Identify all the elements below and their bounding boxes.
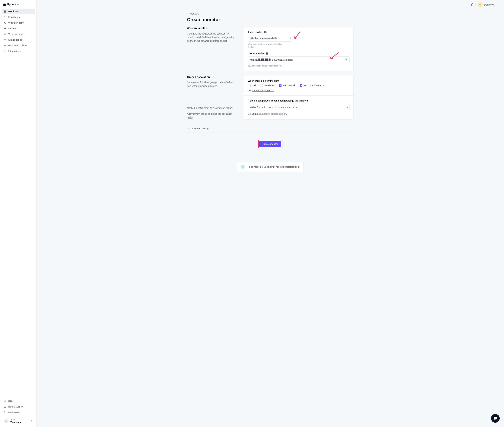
url-input[interactable] [248,56,350,63]
help-badge-icon: ? [240,165,245,169]
topbar: SU Stanley Ulili [37,0,504,9]
cb-push[interactable]: Push notification [300,84,324,87]
svg-point-3 [5,40,5,40]
cb-email[interactable]: Send e-mail [279,84,295,87]
stepper-icon [31,420,32,422]
help-icon [4,405,6,408]
breadcrumb-text: Monitors [190,12,199,15]
advanced-label: Advanced settings [191,127,210,130]
info-icon[interactable]: i [266,52,268,55]
nav-label: Who's on-call? [8,22,23,24]
team-text: Team Your team [10,418,21,423]
team-avatar [4,419,9,423]
cb-sms[interactable]: Send sms [260,84,275,87]
svg-point-1 [5,29,5,29]
svg-point-4 [5,50,5,51]
chevron-down-icon [497,4,499,6]
nav-escalation[interactable]: Escalation policies [2,43,35,48]
cb-call[interactable]: Call [248,84,256,87]
annotation-highlight: Create monitor [258,140,283,148]
team-name: Your team [10,421,21,423]
sidebar: Uptime Monitors Heartbeats Who's on-call… [0,0,37,427]
section-title: On-call escalation [187,76,237,79]
alert-type-select[interactable]: URL becomes unavailable [248,35,293,41]
integrations-icon [4,50,6,53]
chat-icon [493,416,497,420]
breadcrumb[interactable]: Monitors [187,11,354,16]
globe-icon [4,10,6,13]
nav-heartbeats[interactable]: Heartbeats [2,14,35,20]
chevron-right-icon [187,128,189,130]
user-avatar: SU [478,2,482,7]
team-switcher[interactable]: Team Your team [2,416,35,425]
nav-oncall[interactable]: Who's on-call? [2,20,35,26]
nav-darkmode[interactable]: Dark mode [2,410,35,415]
sidebar-nav: Monitors Heartbeats Who's on-call? Incid… [0,8,37,55]
notifications-button[interactable] [470,3,473,7]
svg-point-2 [5,33,5,34]
sidebar-bottom: Billing Help & Support Dark mode Team Yo… [0,397,37,427]
shield-icon [4,27,6,30]
user-name: Stanley Ulili [484,3,496,6]
svg-point-11 [6,420,6,421]
nav-monitors[interactable]: Monitors [2,9,35,14]
url-label: URL to monitor [248,52,265,55]
nav-billing[interactable]: Billing [2,398,35,404]
advanced-settings-toggle[interactable]: Advanced settings [187,124,354,133]
help-card: ? Need help? Let us know at hello@better… [237,162,304,172]
main: SU Stanley Ulili Monitors Create monitor… [37,0,504,427]
user-icon [4,33,6,36]
help-email-link[interactable]: hello@betterstack.com [276,166,300,168]
ack-heading: If the on-call person doesn't acknowledg… [248,99,350,102]
nav-label: Team members [8,33,24,36]
current-person-text: the current on-call person [248,89,350,92]
create-monitor-button[interactable]: Create monitor [259,141,282,147]
alert-helper: We recommend the keyword matching method… [248,43,286,48]
page-title: Create monitor [187,17,354,22]
nav-label: Monitors [8,10,18,13]
nav-label: Status pages [8,38,22,41]
team-caption: Team [10,418,21,421]
sidebar-header: Uptime [0,0,37,8]
import-link[interactable]: here [277,65,281,67]
stepper-icon [290,38,291,39]
nav-help[interactable]: Help & Support [2,404,35,410]
activity-icon [4,16,6,18]
chevron-left-icon [187,13,189,15]
help-text: Need help? Let us know at [247,166,276,168]
nav-team[interactable]: Team members [2,31,35,37]
user-menu[interactable]: SU Stanley Ulili [478,2,499,7]
section-desc: Configure the target website you want to… [187,32,237,43]
chat-fab[interactable] [491,414,500,423]
broadcast-icon [4,38,6,41]
brand-name: Uptime [7,3,16,6]
nav-label: Help & Support [8,405,23,408]
nav-status[interactable]: Status pages [2,37,35,43]
incident-heading: When there's a new incident [248,79,350,82]
svg-point-5 [4,51,5,52]
nav-label: Escalation policies [8,44,28,47]
nav-label: Billing [8,400,14,402]
current-person-link[interactable]: current on-call person [252,89,274,92]
chevron-down-icon [17,3,19,6]
nav-integrations[interactable]: Integrations [2,48,35,54]
ack-select[interactable]: Within 3 minutes, alert all other team m… [248,104,350,110]
svg-point-6 [6,51,6,52]
svg-point-14 [323,86,323,86]
moon-icon [4,411,6,414]
alt-text: Alternatively, set up an advanced escala… [187,112,237,119]
people-icon [5,419,8,422]
svg-rect-8 [4,400,6,402]
nav-incidents[interactable]: Incidents [2,26,35,31]
nav-label: Integrations [8,50,21,53]
list-icon [4,44,6,47]
brand-logo[interactable]: Uptime [3,3,19,6]
logo-icon [3,3,6,6]
info-icon[interactable]: i [264,31,267,33]
notify-team-link[interactable]: the entire team [194,107,209,109]
nav-label: Heartbeats [8,16,20,18]
nav-label: Incidents [8,27,18,30]
section-desc: Set up rules for who's going to be notif… [187,81,237,88]
ack-policy-link[interactable]: advanced escalation policy [259,113,286,115]
check-circle-icon [344,58,348,61]
